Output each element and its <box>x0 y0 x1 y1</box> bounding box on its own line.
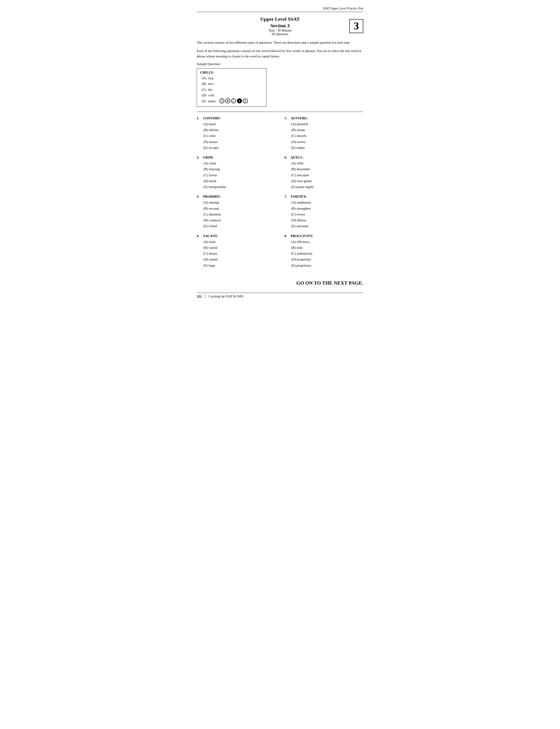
circle-e: E <box>243 98 248 103</box>
question-option: (D) conserve <box>203 217 275 223</box>
question-number: 5. <box>285 116 289 120</box>
sample-content: CHILLY: (A) lazy (B) nice (C) dry (D) co… <box>200 71 248 104</box>
question-header-1: 2.GRIM: <box>197 156 275 159</box>
question-options-right-1: (A) stifle(B) dissemble(C) articulate(D)… <box>285 160 363 190</box>
question-option: (B) dissemble <box>291 166 363 172</box>
question-options-right-3: (A) efficiency(B) tend(C) authenticity(D… <box>285 239 363 268</box>
question-option: (C) articulate <box>291 172 363 178</box>
sample-option-b: (B) nice <box>200 81 248 87</box>
question-option: (B) ornate <box>291 127 363 133</box>
question-options-2: (A) attempt(B) recount(C) diminish(D) co… <box>197 199 275 229</box>
question-word: CONTORT: <box>203 116 221 120</box>
questions-grid: 1.CONTORT:(A) bend(B) deform(C) color(D)… <box>197 116 363 273</box>
title-section: Upper Level SSAT Section 3 Time - 30 Min… <box>197 16 363 36</box>
question-option: (E) irresponsible <box>203 184 275 190</box>
question-1: 1.CONTORT:(A) bend(B) deform(C) color(D)… <box>197 116 275 151</box>
question-option: (C) diminish <box>203 211 275 217</box>
header-title: SSAT Upper Level Practice Test <box>323 7 363 10</box>
footer-bar: 322 │ Cracking the SSAT & ISEE <box>197 293 363 299</box>
question-option: (B) tend <box>291 245 363 251</box>
question-option: (A) plentiful <box>291 121 363 127</box>
question-header-right-3: 8.PROCLIVITY: <box>285 234 363 238</box>
question-option: (C) revere <box>291 211 363 217</box>
questions-right: 5.AUSTERE:(A) plentiful(B) ornate(C) mis… <box>285 116 363 273</box>
question-number: 1. <box>197 116 201 120</box>
question-option: (D) harsh <box>203 178 275 184</box>
question-options-3: (A) stark(B) varied(C) dreary(D) rented(… <box>197 239 275 268</box>
question-header-right-2: 7.FORTIFY: <box>285 195 363 199</box>
question-option: (E) surround <box>291 223 363 229</box>
section-time: Time - 30 Minutes <box>211 29 349 32</box>
question-number: 2. <box>197 156 201 159</box>
section-number-box: 3 <box>349 19 363 33</box>
question-option: (D) amuse <box>203 139 275 145</box>
question-3: 3.PROHIBIT:(A) attempt(B) recount(C) dim… <box>197 195 275 229</box>
circle-d-filled: ● <box>237 98 242 103</box>
question-option: (E) proprietary <box>291 263 363 268</box>
question-6: 6.QUELL:(A) stifle(B) dissemble(C) artic… <box>285 156 363 190</box>
question-word: AUSTERE: <box>291 116 308 120</box>
circle-c: C <box>231 98 236 103</box>
sample-box: CHILLY: (A) lazy (B) nice (C) dry (D) co… <box>197 68 266 107</box>
question-option: (D) severe <box>291 139 363 145</box>
section-divider <box>197 112 363 112</box>
question-8: 8.PROCLIVITY:(A) efficiency(B) tend(C) a… <box>285 234 363 268</box>
question-option: (E) praise highly <box>291 184 363 190</box>
page-number: 322 <box>197 295 202 299</box>
sample-option-d: (D) cold <box>200 93 248 98</box>
question-number: 3. <box>197 195 201 199</box>
question-option: (A) stifle <box>291 160 363 166</box>
question-options-1: (A) clean(B) relaxing(C) frown(D) harsh(… <box>197 160 275 190</box>
question-option: (B) varied <box>203 245 275 251</box>
footer-text: Cracking the SSAT & ISEE <box>208 295 243 298</box>
question-option: (B) strengthen <box>291 206 363 211</box>
question-option: (C) color <box>203 133 275 139</box>
question-option: (E) occupy <box>203 145 275 151</box>
question-option: (D) diffuse <box>291 217 363 223</box>
question-option: (B) deform <box>203 127 275 133</box>
question-option: (C) frown <box>203 172 275 178</box>
question-2: 2.GRIM:(A) clean(B) relaxing(C) frown(D)… <box>197 156 275 190</box>
title-center: Upper Level SSAT Section 3 Time - 30 Min… <box>211 16 349 36</box>
question-option: (A) emphasize <box>291 199 363 205</box>
section-title-line1: Upper Level SSAT Section 3 <box>211 16 349 29</box>
questions-left: 1.CONTORT:(A) bend(B) deform(C) color(D)… <box>197 116 275 273</box>
question-option: (E) empty <box>291 145 363 151</box>
question-option: (A) bend <box>203 121 275 127</box>
sample-word: CHILLY: <box>200 71 248 75</box>
sample-option-e: (E) sunny <box>200 98 216 104</box>
question-word: GRIM: <box>203 156 214 159</box>
question-option: (A) attempt <box>203 199 275 205</box>
question-number: 6. <box>285 156 289 159</box>
question-option: (D) rented <box>203 256 275 262</box>
question-option: (E) forbid <box>203 223 275 229</box>
sample-option-e-row: (E) sunny A B C ● E <box>200 98 248 104</box>
question-option: (C) dreary <box>203 251 275 256</box>
question-word: VACANT: <box>203 234 218 238</box>
sample-option-a: (A) lazy <box>200 75 248 81</box>
question-header-right-1: 6.QUELL: <box>285 156 363 159</box>
question-header-3: 4.VACANT: <box>197 234 275 238</box>
intro-para2: Each of the following questions consists… <box>197 48 363 59</box>
header-bar: SSAT Upper Level Practice Test <box>197 7 363 12</box>
question-option: (E) huge <box>203 263 275 268</box>
question-option: (C) miserly <box>291 133 363 139</box>
question-5: 5.AUSTERE:(A) plentiful(B) ornate(C) mis… <box>285 116 363 151</box>
circle-b: B <box>225 98 230 103</box>
question-4: 4.VACANT:(A) stark(B) varied(C) dreary(D… <box>197 234 275 268</box>
sample-options: (A) lazy (B) nice (C) dry (D) cold (E) s… <box>200 75 248 104</box>
question-word: QUELL: <box>291 156 304 159</box>
question-number: 7. <box>285 195 289 199</box>
question-option: (B) relaxing <box>203 166 275 172</box>
sample-row: CHILLY: (A) lazy (B) nice (C) dry (D) co… <box>200 71 262 104</box>
answer-circles: A B C ● E <box>219 98 248 103</box>
circle-a: A <box>219 98 224 103</box>
sample-option-c: (C) dry <box>200 87 248 93</box>
sample-label: Sample Question: <box>197 62 363 66</box>
question-number: 4. <box>197 234 201 238</box>
question-header-right-0: 5.AUSTERE: <box>285 116 363 120</box>
footer-separator: │ <box>204 295 206 298</box>
question-header-0: 1.CONTORT: <box>197 116 275 120</box>
question-option: (B) recount <box>203 206 275 211</box>
question-7: 7.FORTIFY:(A) emphasize(B) strengthen(C)… <box>285 195 363 229</box>
